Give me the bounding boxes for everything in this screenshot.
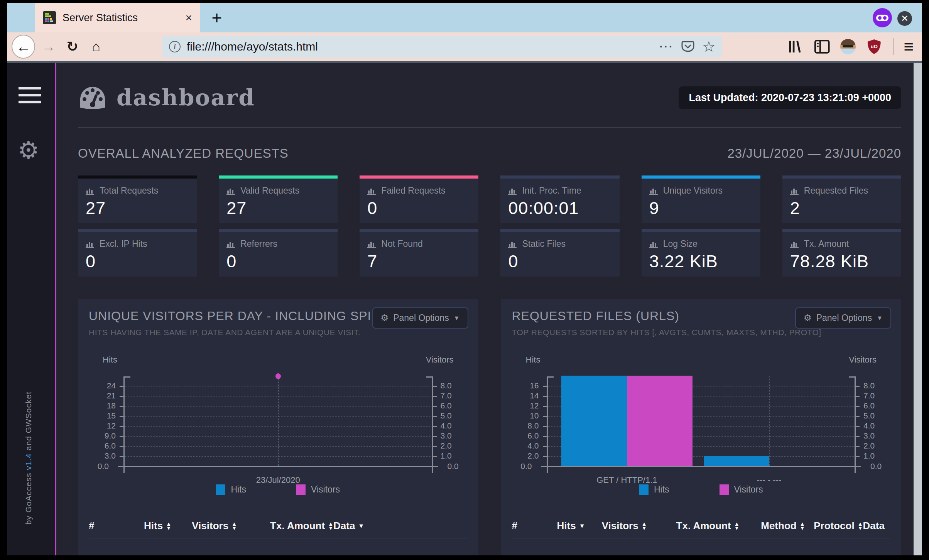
goaccess-favicon	[42, 11, 56, 25]
gear-icon: ⚙	[804, 313, 812, 323]
metric-label: Failed Requests	[367, 186, 471, 196]
y-axis-tick-left: 4.0	[515, 441, 539, 450]
y-axis-tick-left: 10	[515, 411, 539, 420]
column-header-hits[interactable]: Hits▼	[531, 520, 585, 532]
y-axis-tick-left: 24	[92, 381, 116, 390]
sidebar-menu-icon[interactable]	[19, 87, 41, 108]
tab-server-statistics[interactable]: Server Statistics ×	[35, 3, 200, 32]
column-header-visitors[interactable]: Visitors▲▼	[585, 520, 647, 532]
column-header-data[interactable]: Data	[863, 520, 891, 532]
y-axis-tick-right: 7.0	[441, 391, 464, 400]
plot-area: 168.0147.0126.0105.08.04.06.03.04.02.02.…	[547, 376, 856, 466]
legend-item[interactable]: Visitors	[296, 484, 340, 495]
bookmark-star-icon[interactable]: ☆	[702, 38, 715, 56]
metric-value: 3.22 KiB	[649, 251, 753, 272]
profile-avatar[interactable]	[840, 39, 856, 54]
group-guide-line	[769, 376, 770, 466]
metric-panel: Static Files 0	[500, 229, 619, 277]
metric-panel: Excl. IP Hits 0	[78, 229, 197, 277]
menu-hamburger-icon[interactable]: ≡	[900, 38, 918, 56]
metric-label: Valid Requests	[226, 186, 330, 196]
legend-item[interactable]: Hits	[639, 484, 669, 495]
settings-gear-icon[interactable]: ⚙	[18, 136, 39, 164]
back-button[interactable]: ←	[12, 35, 35, 59]
home-button[interactable]: ⌂	[87, 38, 105, 56]
site-info-icon[interactable]: i	[169, 41, 181, 52]
left-axis-title: Hits	[103, 355, 117, 365]
y-axis-tick-left: 14	[515, 391, 539, 400]
url-text[interactable]: file:///home/ayo/stats.html	[187, 40, 653, 53]
bar-chart-icon	[226, 187, 236, 195]
left-axis-title: Hits	[526, 355, 541, 365]
ublock-origin-icon[interactable]: uO	[866, 39, 882, 55]
group-guide-line	[278, 376, 279, 466]
forward-button[interactable]: →	[40, 38, 57, 56]
header-divider	[78, 127, 901, 128]
tab-close-icon[interactable]: ×	[185, 11, 192, 24]
hits-bar	[704, 456, 769, 466]
column-header-visitors[interactable]: Visitors▲▼	[171, 520, 237, 532]
metric-value: 0	[367, 198, 471, 218]
panel-options-button[interactable]: ⚙ Panel Options ▼	[795, 307, 891, 329]
x-axis-label: 23/Jul/2020	[256, 475, 300, 485]
legend-swatch	[216, 484, 225, 495]
column-header-method[interactable]: Method▲▼	[740, 520, 805, 532]
x-axis-label: --- - ---	[757, 475, 782, 485]
column-header-tx-amount[interactable]: Tx. Amount▲▼	[647, 520, 740, 532]
y-axis-tick-left: 3.0	[92, 451, 116, 460]
y-axis-tick-right: 8.0	[863, 381, 887, 390]
panel-subtitle: HITS HAVING THE SAME IP, DATE AND AGENT …	[89, 328, 468, 337]
container-mask-icon[interactable]	[873, 8, 892, 27]
panel-chart: Hits Visitors 248.0217.0186.0155.0124.09…	[89, 355, 468, 509]
y-axis-tick-right: 5.0	[441, 411, 464, 420]
y-axis-tick-left: 2.0	[515, 451, 539, 460]
legend-item[interactable]: Hits	[216, 484, 246, 495]
page-actions-icon[interactable]: ···	[659, 40, 674, 53]
sort-desc-icon: ▼	[358, 523, 364, 530]
legend-swatch	[720, 484, 729, 495]
version-link[interactable]: v1.4	[24, 453, 33, 470]
metric-value: 27	[226, 198, 330, 218]
reload-button[interactable]: ↻	[64, 38, 81, 56]
metric-panel: Init. Proc. Time 00:00:01	[500, 175, 619, 223]
bar-chart-icon	[649, 240, 659, 248]
y-axis-tick-right: 0.0	[448, 462, 471, 471]
legend-swatch	[639, 484, 649, 495]
chevron-down-icon: ▼	[454, 315, 460, 322]
dashboard-logo: dashboard	[78, 84, 255, 111]
metric-label: Requested Files	[790, 186, 894, 196]
page-scrollbar[interactable]	[914, 63, 922, 555]
column-header--[interactable]: #	[89, 520, 113, 532]
metric-value: 0	[86, 251, 189, 272]
column-header-protocol[interactable]: Protocol▲▼	[805, 520, 863, 532]
column-header-data[interactable]: Data▼	[333, 520, 468, 532]
pocket-icon[interactable]	[680, 40, 696, 54]
sidebar-toggle-icon[interactable]	[814, 39, 830, 54]
new-tab-button[interactable]: +	[200, 3, 234, 32]
sort-icon: ▲▼	[231, 522, 237, 530]
column-header--[interactable]: #	[512, 520, 531, 532]
panel-options-button[interactable]: ⚙ Panel Options ▼	[372, 307, 468, 329]
metric-value: 7	[367, 251, 471, 272]
metric-label: Tx. Amount	[790, 239, 894, 249]
metric-panel: Requested Files 2	[782, 175, 901, 223]
dashboard-main: dashboard Last Updated: 2020-07-23 13:21…	[56, 63, 922, 555]
panel-chart: Hits Visitors 168.0147.0126.0105.08.04.0…	[512, 355, 891, 509]
svg-text:uO: uO	[871, 44, 878, 49]
right-axis-title: Visitors	[426, 355, 454, 365]
panels-row: UNIQUE VISITORS PER DAY - INCLUDING SPID…	[78, 299, 901, 555]
metric-value: 00:00:01	[508, 198, 611, 218]
metric-panel: Total Requests 27	[78, 175, 197, 223]
sort-icon: ▲▼	[858, 522, 863, 530]
library-icon[interactable]	[788, 39, 804, 54]
column-header-tx-amount[interactable]: Tx. Amount▲▼	[237, 520, 333, 532]
bar-chart-icon	[226, 240, 236, 248]
window-close-button[interactable]: ✕	[897, 11, 912, 26]
metric-value: 0	[226, 251, 330, 272]
table-header: #Hits▼Visitors▲▼Tx. Amount▲▼Method▲▼Prot…	[512, 520, 891, 538]
legend-item[interactable]: Visitors	[720, 484, 763, 495]
metric-panel: Not Found 7	[360, 229, 478, 277]
url-bar[interactable]: i file:///home/ayo/stats.html ··· ☆	[162, 36, 722, 57]
column-header-hits[interactable]: Hits▲▼	[113, 520, 171, 532]
metric-value: 2	[790, 198, 894, 218]
